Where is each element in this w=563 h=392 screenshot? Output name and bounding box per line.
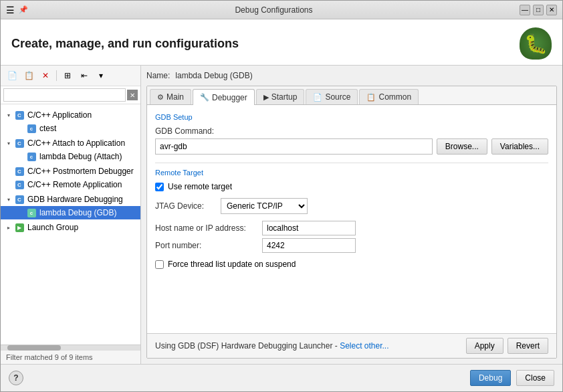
gdb-command-label: GDB Command: [155, 126, 548, 136]
search-input[interactable] [3, 88, 126, 102]
right-panel: Name: lambda Debug (GDB) ⚙ Main 🔧 Debugg… [141, 66, 562, 364]
new-config-button[interactable]: 📄 [5, 68, 19, 83]
footer-left: ? [9, 371, 23, 385]
force-thread-checkbox[interactable] [155, 260, 164, 269]
variables-button[interactable]: Variables... [491, 138, 548, 155]
app-icon: ☰ [6, 5, 15, 15]
tree-label-cpp-remote: C/C++ Remote Application [27, 180, 122, 189]
port-label: Port number: [155, 241, 262, 250]
config-tree: C C/C++ Application c ctest C C/C++ Atta… [1, 104, 140, 345]
new-icon: 📄 [7, 71, 17, 80]
footer: ? Debug Close [1, 364, 562, 391]
sidebar-scrollbar[interactable] [1, 345, 140, 350]
debug-button[interactable]: Debug [470, 370, 511, 386]
startup-tab-label: Startup [271, 92, 298, 102]
footer-right: Debug Close [470, 370, 554, 386]
tree-group-gdb-hw: C GDB Hardware Debugging c lambda Debug … [1, 193, 140, 219]
tree-label-lambda-gdb: lambda Debug (GDB) [39, 208, 116, 217]
tree-label-gdb-hw: GDB Hardware Debugging [27, 195, 123, 204]
tree-label-cpp-app: C/C++ Application [27, 110, 92, 120]
cpp-app-icon: C [14, 110, 25, 120]
lambda-attach-icon: c [26, 151, 37, 162]
gdb-command-row: Browse... Variables... [155, 138, 548, 155]
name-label: Name: [146, 71, 170, 80]
tree-item-lambda-attach[interactable]: c lambda Debug (Attach) [1, 150, 140, 163]
sidebar-toolbar: 📄 📋 ✕ ⊞ ⇤ ▾ [1, 66, 140, 86]
scrollbar-thumb[interactable] [7, 345, 61, 351]
tree-label-launch-group: Launch Group [27, 223, 78, 232]
collapse-button[interactable]: ⇤ [77, 68, 92, 83]
use-remote-checkbox[interactable] [155, 183, 164, 191]
tree-item-launch-group[interactable]: ▶ Launch Group [1, 221, 140, 234]
tree-item-gdb-hw[interactable]: C GDB Hardware Debugging [1, 193, 140, 206]
delete-config-button[interactable]: ✕ [38, 68, 53, 83]
tree-item-cpp-postmortem[interactable]: C C/C++ Postmortem Debugger [1, 165, 140, 178]
sidebar-footer: Filter matched 9 of 9 items [1, 350, 140, 364]
tab-main[interactable]: ⚙ Main [150, 89, 191, 104]
expander-gdb-hw [5, 195, 13, 203]
port-input[interactable] [262, 238, 356, 253]
gdb-hw-icon: C [14, 194, 25, 205]
menu-button[interactable]: ▾ [94, 68, 108, 83]
tab-debugger[interactable]: 🔧 Debugger [193, 89, 255, 105]
filter-button[interactable]: ⊞ [60, 68, 75, 83]
cpp-remote-icon: C [14, 179, 25, 190]
expander-launch-group [5, 223, 13, 231]
cpp-postmortem-icon: C [14, 166, 25, 177]
debug-configurations-window: ☰ 📌 Debug Configurations — □ ✕ Create, m… [0, 0, 563, 392]
launcher-prefix: Using GDB (DSF) Hardware Debugging Launc… [155, 341, 338, 351]
bottom-actions: Apply Revert [466, 338, 548, 354]
expander-cpp-app [5, 111, 13, 119]
main-tab-icon: ⚙ [157, 93, 164, 102]
tree-item-cpp-remote[interactable]: C C/C++ Remote Application [1, 178, 140, 191]
force-row: Force thread list update on suspend [155, 260, 548, 269]
force-thread-label: Force thread list update on suspend [168, 260, 296, 269]
use-remote-label: Use remote target [168, 182, 232, 191]
close-button[interactable]: Close [516, 370, 554, 386]
jtag-label: JTAG Device: [155, 201, 215, 211]
host-row: Host name or IP address: [155, 221, 548, 235]
copy-config-button[interactable]: 📋 [21, 68, 36, 83]
common-tab-label: Common [378, 92, 411, 102]
minimize-button[interactable]: — [520, 5, 530, 15]
close-window-button[interactable]: ✕ [546, 5, 557, 15]
help-button[interactable]: ? [9, 371, 23, 385]
tree-label-lambda-attach: lambda Debug (Attach) [39, 152, 122, 161]
bug-icon [520, 27, 552, 60]
tree-item-cpp-attach[interactable]: C C/C++ Attach to Application [1, 136, 140, 150]
revert-button[interactable]: Revert [508, 338, 548, 354]
name-bar: Name: lambda Debug (GDB) [146, 71, 557, 80]
maximize-button[interactable]: □ [533, 5, 544, 15]
search-clear-button[interactable]: ✕ [127, 90, 138, 100]
menu-icon: ▾ [99, 71, 103, 80]
source-tab-icon: 📄 [313, 93, 322, 102]
tab-common[interactable]: 📋 Common [359, 89, 419, 104]
copy-icon: 📋 [24, 71, 34, 80]
jtag-device-select[interactable]: Generic TCP/IP OpenOCD SEGGER J-Link [221, 198, 308, 214]
name-value: lambda Debug (GDB) [175, 71, 252, 80]
use-remote-row: Use remote target [155, 182, 548, 191]
cpp-attach-icon: C [14, 138, 25, 149]
tree-item-ctest[interactable]: c ctest [1, 122, 140, 135]
tree-label-cpp-postmortem: C/C++ Postmortem Debugger [27, 167, 134, 176]
tab-startup[interactable]: ▶ Startup [256, 89, 305, 104]
ctest-icon: c [26, 123, 37, 134]
apply-button[interactable]: Apply [466, 338, 503, 354]
header-area: Create, manage, and run configurations [1, 19, 562, 66]
toolbar-separator [56, 70, 57, 81]
window-title: Debug Configurations [28, 5, 520, 15]
bottom-bar: Using GDB (DSF) Hardware Debugging Launc… [147, 333, 556, 358]
title-bar-left: ☰ 📌 [6, 5, 28, 15]
tree-item-lambda-gdb[interactable]: c lambda Debug (GDB) [1, 206, 140, 219]
host-input[interactable] [262, 221, 356, 235]
browse-button[interactable]: Browse... [437, 138, 487, 155]
tree-item-cpp-app[interactable]: C C/C++ Application [1, 108, 140, 122]
select-other-link[interactable]: Select other... [340, 341, 388, 351]
collapse-icon: ⇤ [81, 71, 88, 80]
tab-source[interactable]: 📄 Source [306, 89, 358, 104]
gdb-command-input[interactable] [155, 138, 433, 155]
common-tab-icon: 📋 [366, 93, 376, 102]
delete-icon: ✕ [42, 71, 49, 80]
launcher-text: Using GDB (DSF) Hardware Debugging Launc… [155, 341, 466, 351]
pin-icon: 📌 [19, 5, 28, 14]
